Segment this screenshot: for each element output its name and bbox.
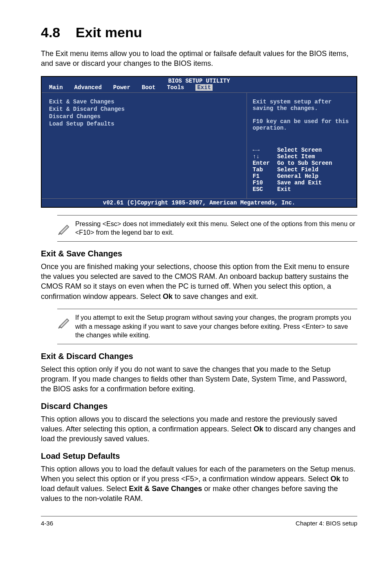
note-block: If you attempt to exit the Setup program… bbox=[57, 309, 357, 344]
page-number: 4-36 bbox=[41, 520, 53, 527]
subheading-exit-discard: Exit & Discard Changes bbox=[41, 352, 357, 361]
bios-key-desc: Go to Sub Screen bbox=[277, 160, 332, 166]
bios-key: Tab bbox=[253, 166, 277, 173]
bios-item: Discard Changes bbox=[49, 113, 239, 120]
pencil-icon bbox=[57, 313, 75, 329]
text-run: to save changes and exit. bbox=[173, 292, 258, 301]
bold-ok: Ok bbox=[163, 292, 173, 301]
bios-key-desc: Select Screen bbox=[277, 147, 322, 153]
note-block: Pressing <Esc> does not immediately exit… bbox=[57, 215, 357, 242]
bios-key-desc: Exit bbox=[277, 186, 291, 193]
bios-key: Enter bbox=[253, 160, 277, 166]
bios-key: ←→ bbox=[253, 147, 277, 153]
bios-key: ESC bbox=[253, 186, 277, 193]
section-title-text: Exit menu bbox=[76, 25, 142, 40]
bios-key-desc: General Help bbox=[277, 173, 318, 180]
bios-menu-tools: Tools bbox=[167, 84, 195, 91]
subheading-load: Load Setup Defaults bbox=[41, 451, 357, 461]
exit-save-body: Once you are finished making your select… bbox=[41, 262, 357, 301]
bios-left-pane: Exit & Save Changes Exit & Discard Chang… bbox=[42, 93, 247, 198]
intro-paragraph: The Exit menu items allow you to load th… bbox=[41, 49, 357, 69]
note-text: Pressing <Esc> does not immediately exit… bbox=[75, 220, 357, 237]
bios-menu-advanced: Advanced bbox=[74, 84, 113, 91]
bios-key: F1 bbox=[253, 173, 277, 180]
bios-help-text: Exit system setup after saving the chang… bbox=[253, 99, 351, 131]
bios-key-desc: Save and Exit bbox=[277, 180, 322, 186]
bios-item: Exit & Discard Changes bbox=[49, 106, 239, 112]
bios-menu-main: Main bbox=[49, 84, 74, 91]
text-run: This option allows you to load the defau… bbox=[41, 465, 355, 483]
bold-ok: Ok bbox=[253, 425, 263, 433]
bios-item: Load Setup Defaults bbox=[49, 121, 239, 127]
subheading-exit-save: Exit & Save Changes bbox=[41, 249, 357, 258]
page-footer: 4-36 Chapter 4: BIOS setup bbox=[41, 516, 357, 527]
bios-key: ↑↓ bbox=[253, 153, 277, 160]
pencil-icon bbox=[57, 220, 75, 235]
bios-item: Exit & Save Changes bbox=[49, 99, 239, 105]
bold-exit-save: Exit & Save Changes bbox=[129, 485, 202, 493]
bios-menubar: Main Advanced Power Boot Tools Exit bbox=[42, 84, 356, 92]
bios-menu-boot: Boot bbox=[142, 84, 167, 91]
bios-key-desc: Select Field bbox=[277, 166, 318, 173]
bios-menu-exit: Exit bbox=[195, 84, 213, 91]
discard-body: This option allows you to discard the se… bbox=[41, 414, 357, 444]
bold-ok: Ok bbox=[330, 475, 340, 483]
note-text: If you attempt to exit the Setup program… bbox=[75, 313, 357, 340]
chapter-label: Chapter 4: BIOS setup bbox=[296, 520, 357, 527]
load-body: This option allows you to load the defau… bbox=[41, 464, 357, 504]
bios-right-pane: Exit system setup after saving the chang… bbox=[247, 93, 356, 198]
bios-menu-power: Power bbox=[113, 84, 142, 91]
bios-copyright: v02.61 (C)Copyright 1985-2007, American … bbox=[42, 198, 356, 207]
bios-screenshot: BIOS SETUP UTILITY Main Advanced Power B… bbox=[41, 76, 357, 208]
bios-key: F10 bbox=[253, 180, 277, 186]
bios-key-legend: ←→Select Screen ↑↓Select Item EnterGo to… bbox=[253, 147, 351, 193]
bios-title: BIOS SETUP UTILITY bbox=[42, 77, 356, 84]
section-heading: 4.8 Exit menu bbox=[41, 25, 357, 40]
subheading-discard: Discard Changes bbox=[41, 402, 357, 411]
bios-key-desc: Select Item bbox=[277, 153, 315, 160]
section-number: 4.8 bbox=[41, 25, 60, 40]
exit-discard-body: Select this option only if you do not wa… bbox=[41, 364, 357, 394]
